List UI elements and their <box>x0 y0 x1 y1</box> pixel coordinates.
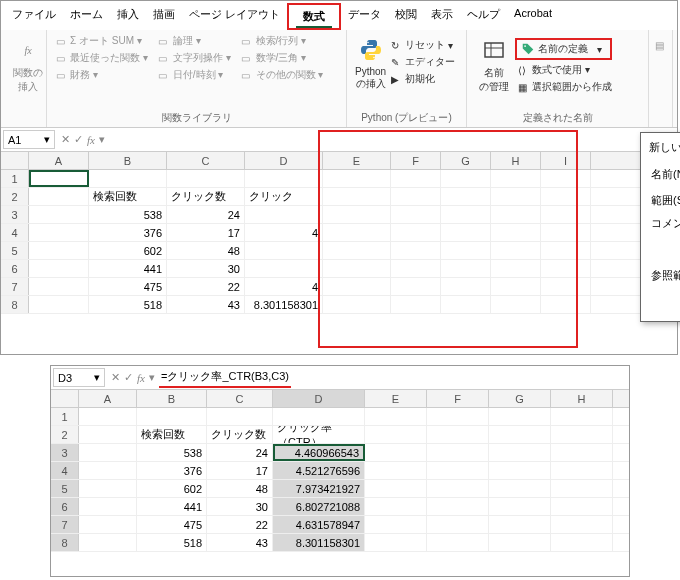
cell[interactable] <box>489 462 551 479</box>
menu-item-10[interactable]: Acrobat <box>507 3 559 30</box>
col-header[interactable]: E <box>365 390 427 407</box>
cell[interactable] <box>29 170 89 187</box>
cell[interactable]: 17 <box>207 462 273 479</box>
cell[interactable] <box>79 408 137 425</box>
select-all-corner[interactable] <box>51 390 79 407</box>
menu-item-1[interactable]: ホーム <box>63 3 110 30</box>
cell[interactable] <box>79 444 137 461</box>
row-header[interactable]: 3 <box>1 206 29 223</box>
define-name-button[interactable]: 名前の定義 ▾ <box>515 38 612 60</box>
cell[interactable]: 48 <box>207 480 273 497</box>
cell[interactable] <box>365 426 427 443</box>
cell[interactable] <box>427 462 489 479</box>
cell[interactable] <box>29 278 89 295</box>
name-box[interactable]: A1▾ <box>3 130 55 149</box>
menu-item-6[interactable]: データ <box>341 3 388 30</box>
row-header[interactable]: 4 <box>51 462 79 479</box>
ribbon-item[interactable]: ▭その他の関数 ▾ <box>239 68 324 82</box>
cell[interactable]: 475 <box>89 278 167 295</box>
formula-input[interactable]: =クリック率_CTR(B3,C3) <box>159 367 291 388</box>
cell[interactable]: 48 <box>167 242 245 259</box>
cell[interactable] <box>489 408 551 425</box>
cell[interactable] <box>365 534 427 551</box>
cell[interactable]: 518 <box>137 534 207 551</box>
cell[interactable]: 518 <box>89 296 167 313</box>
menu-item-4[interactable]: ページ レイアウト <box>182 3 287 30</box>
cell[interactable]: 8.301158301 <box>245 296 323 313</box>
cell[interactable] <box>427 408 489 425</box>
menu-item-5[interactable]: 数式 <box>296 6 332 28</box>
row-header[interactable]: 8 <box>51 534 79 551</box>
cell[interactable] <box>551 516 613 533</box>
cell[interactable] <box>207 408 273 425</box>
row-header[interactable]: 1 <box>1 170 29 187</box>
menu-item-9[interactable]: ヘルプ <box>460 3 507 30</box>
col-header[interactable]: C <box>207 390 273 407</box>
create-from-selection-button[interactable]: ▦選択範囲から作成 <box>515 80 612 94</box>
python-reset-button[interactable]: ↻リセット ▾ <box>388 38 455 52</box>
col-header[interactable]: A <box>79 390 137 407</box>
cell[interactable] <box>427 444 489 461</box>
insert-function-button[interactable]: fx 関数の 挿入 <box>7 34 49 96</box>
col-header[interactable]: B <box>137 390 207 407</box>
cell[interactable]: 538 <box>89 206 167 223</box>
menu-item-3[interactable]: 描画 <box>146 3 182 30</box>
cell[interactable] <box>245 260 323 277</box>
cell[interactable] <box>89 170 167 187</box>
cell[interactable] <box>29 188 89 205</box>
cell[interactable] <box>551 444 613 461</box>
menu-item-8[interactable]: 表示 <box>424 3 460 30</box>
cell[interactable]: 検索回数 <box>137 426 207 443</box>
ribbon-item[interactable]: ▭文字列操作 ▾ <box>156 51 231 65</box>
cell[interactable]: 22 <box>207 516 273 533</box>
cell[interactable] <box>365 408 427 425</box>
cell[interactable] <box>79 462 137 479</box>
cell[interactable] <box>489 426 551 443</box>
cell[interactable] <box>551 408 613 425</box>
cell[interactable] <box>551 480 613 497</box>
cell[interactable]: クリック <box>245 188 323 205</box>
ribbon-item[interactable]: ▭日付/時刻 ▾ <box>156 68 231 82</box>
cell[interactable] <box>365 498 427 515</box>
cell[interactable]: 4 <box>245 224 323 241</box>
cell[interactable] <box>29 260 89 277</box>
cancel-icon[interactable]: ✕ <box>61 133 70 146</box>
col-header[interactable]: F <box>427 390 489 407</box>
cell[interactable] <box>427 498 489 515</box>
cell[interactable] <box>551 498 613 515</box>
cell[interactable]: 7.973421927 <box>273 480 365 497</box>
cell[interactable] <box>365 480 427 497</box>
row-header[interactable]: 4 <box>1 224 29 241</box>
row-header[interactable]: 2 <box>51 426 79 443</box>
cell[interactable]: 4.521276596 <box>273 462 365 479</box>
cell[interactable] <box>427 534 489 551</box>
cell[interactable]: クリック数 <box>167 188 245 205</box>
cell[interactable]: 43 <box>207 534 273 551</box>
cell[interactable] <box>29 296 89 313</box>
ribbon-item[interactable]: ▭最近使った関数 ▾ <box>53 51 148 65</box>
name-box[interactable]: D3▾ <box>53 368 105 387</box>
cell[interactable] <box>79 534 137 551</box>
cell[interactable] <box>29 206 89 223</box>
cell[interactable] <box>79 480 137 497</box>
row-header[interactable]: 6 <box>51 498 79 515</box>
fx-icon[interactable]: fx <box>87 134 95 146</box>
row-header[interactable]: 3 <box>51 444 79 461</box>
cell[interactable]: 22 <box>167 278 245 295</box>
cell[interactable] <box>489 480 551 497</box>
cell[interactable]: 4.460966543 <box>273 444 365 461</box>
cell[interactable]: クリック数 <box>207 426 273 443</box>
cell[interactable] <box>29 242 89 259</box>
cell[interactable] <box>29 224 89 241</box>
cell[interactable]: 24 <box>167 206 245 223</box>
cancel-icon[interactable]: ✕ <box>111 371 120 384</box>
cell[interactable] <box>489 444 551 461</box>
col-header[interactable]: H <box>551 390 613 407</box>
cell[interactable]: 4.631578947 <box>273 516 365 533</box>
cell[interactable]: 検索回数 <box>89 188 167 205</box>
cell[interactable]: 8.301158301 <box>273 534 365 551</box>
col-header[interactable]: A <box>29 152 89 169</box>
cell[interactable]: 376 <box>137 462 207 479</box>
row-header[interactable]: 5 <box>1 242 29 259</box>
cell[interactable] <box>489 516 551 533</box>
